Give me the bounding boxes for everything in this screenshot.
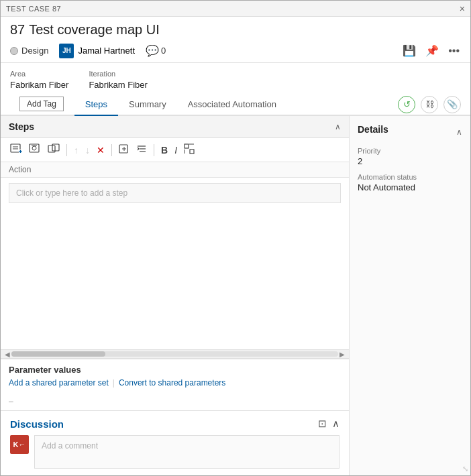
- tab-steps[interactable]: Steps: [74, 94, 118, 116]
- parameter-section: Parameter values Add a shared parameter …: [1, 359, 349, 393]
- tab-icons: ↺ ⛓ 📎: [398, 96, 461, 113]
- comments-button[interactable]: 💬 0: [146, 44, 166, 57]
- indent-button[interactable]: [134, 141, 150, 158]
- add-tag-button[interactable]: Add Tag: [19, 97, 64, 111]
- status-label: Design: [21, 46, 48, 56]
- details-title: Details: [358, 124, 388, 135]
- toolbar-divider-3: [154, 144, 154, 156]
- comment-icon: 💬: [146, 44, 159, 57]
- details-collapse-icon[interactable]: ∧: [456, 127, 462, 137]
- right-panel: Details ∧ Priority 2 Automation status N…: [350, 116, 470, 475]
- italic-button[interactable]: I: [172, 143, 180, 158]
- steps-table-header: Action: [1, 162, 349, 178]
- convert-to-shared-button[interactable]: Convert to shared parameters: [119, 378, 225, 388]
- move-down-button[interactable]: ↓: [83, 143, 93, 158]
- details-fields: Priority 2 Automation status Not Automat…: [358, 147, 462, 192]
- toolbar-divider-2: [111, 144, 112, 156]
- priority-value: 2: [358, 156, 462, 166]
- header: 87Test coverage map UI Design JH Jamal H…: [1, 17, 470, 63]
- discussion-header: Discussion ⊡ ∧: [10, 418, 339, 430]
- case-title-text: Test coverage map UI: [29, 22, 160, 37]
- discussion-section: Discussion ⊡ ∧ K← Add a comment: [1, 410, 349, 475]
- delete-step-button[interactable]: ✕: [94, 143, 107, 158]
- add-shared-step-button[interactable]: [26, 141, 44, 158]
- attachment-icon-button[interactable]: 📎: [443, 96, 461, 113]
- add-shared-set-button[interactable]: Add a shared parameter set: [9, 378, 109, 388]
- more-button[interactable]: •••: [447, 44, 461, 58]
- automation-status-field: Automation status Not Automated: [358, 173, 462, 192]
- bold-button[interactable]: B: [158, 143, 170, 158]
- iteration-label: Iteration: [89, 70, 147, 78]
- steps-collapse-icon[interactable]: ∧: [335, 122, 341, 131]
- tab-associated-automation[interactable]: Associated Automation: [177, 94, 287, 116]
- steps-input-area[interactable]: Click or type here to add a step: [1, 178, 349, 209]
- discussion-collapse-button[interactable]: ∧: [332, 418, 339, 430]
- svg-rect-18: [190, 150, 194, 154]
- left-panel: Steps ∧ ↑ ↓ ✕: [1, 116, 350, 475]
- header-toolbar: 💾 📌 •••: [401, 43, 461, 58]
- commenter-avatar: K←: [10, 435, 29, 454]
- scroll-left-button[interactable]: ◀: [3, 351, 11, 358]
- svg-rect-17: [185, 144, 189, 148]
- iteration-value: Fabrikam Fiber: [89, 80, 147, 90]
- discussion-expand-button[interactable]: ⊡: [318, 418, 327, 430]
- tab-summary[interactable]: Summary: [118, 94, 177, 116]
- tabs-container: Add Tag Steps Summary Associated Automat…: [1, 94, 470, 116]
- close-button[interactable]: ×: [460, 4, 465, 13]
- parameter-title: Parameter values: [9, 365, 341, 375]
- comment-input[interactable]: Add a comment: [34, 435, 339, 469]
- area-field: Area Fabrikam Fiber: [10, 70, 68, 90]
- action-column-label: Action: [9, 165, 31, 174]
- priority-field: Priority 2: [358, 147, 462, 166]
- priority-label: Priority: [358, 147, 462, 155]
- comment-input-row: K← Add a comment: [10, 435, 339, 469]
- assignee-row[interactable]: JH Jamal Hartnett: [59, 44, 135, 58]
- steps-input-placeholder[interactable]: Click or type here to add a step: [9, 183, 341, 203]
- create-shared-step-button[interactable]: [45, 141, 62, 158]
- case-number: 87: [10, 22, 25, 37]
- automation-status-value: Not Automated: [358, 182, 462, 192]
- discussion-title: Discussion: [10, 418, 64, 430]
- expand-spacer[interactable]: –: [1, 393, 349, 410]
- svg-rect-0: [11, 144, 20, 152]
- main-content: Steps ∧ ↑ ↓ ✕: [1, 116, 470, 475]
- param-link-divider: |: [113, 378, 115, 388]
- automation-status-label: Automation status: [358, 173, 462, 181]
- scroll-right-button[interactable]: ▶: [338, 351, 346, 358]
- steps-title: Steps: [9, 121, 34, 132]
- pin-button[interactable]: 📌: [424, 43, 440, 58]
- case-title: 87Test coverage map UI: [10, 22, 461, 38]
- meta-row: Design JH Jamal Hartnett 💬 0 💾 📌 •••: [10, 43, 461, 58]
- steps-section-header: Steps ∧: [1, 116, 349, 138]
- refresh-icon-button[interactable]: ↺: [398, 96, 415, 113]
- iteration-field: Iteration Fabrikam Fiber: [89, 70, 147, 90]
- area-value: Fabrikam Fiber: [10, 80, 68, 90]
- comments-count: 0: [161, 46, 166, 56]
- discussion-icons: ⊡ ∧: [318, 418, 339, 430]
- scrollbar-thumb[interactable]: [11, 351, 105, 357]
- status-badge[interactable]: Design: [10, 46, 48, 56]
- save-button[interactable]: 💾: [401, 43, 417, 58]
- resize-handle[interactable]: ⤡: [462, 465, 468, 473]
- area-label: Area: [10, 70, 68, 78]
- assignee-name: Jamal Hartnett: [78, 46, 135, 56]
- expand-button[interactable]: [181, 141, 197, 158]
- fields-row: Area Fabrikam Fiber Iteration Fabrikam F…: [1, 63, 470, 94]
- title-bar: TEST CASE 87 ×: [1, 1, 470, 17]
- add-step-button[interactable]: [7, 141, 25, 158]
- parameter-links: Add a shared parameter set | Convert to …: [9, 378, 341, 388]
- svg-point-7: [32, 146, 36, 150]
- details-header: Details ∧: [358, 124, 462, 140]
- insert-steps-button[interactable]: [116, 141, 132, 158]
- toolbar-divider-1: [66, 144, 67, 156]
- avatar: JH: [59, 44, 74, 58]
- steps-toolbar: ↑ ↓ ✕ B I: [1, 138, 349, 162]
- link-icon-button[interactable]: ⛓: [421, 96, 438, 113]
- title-bar-label: TEST CASE 87: [6, 5, 61, 13]
- status-circle-icon: [10, 47, 18, 55]
- move-up-button[interactable]: ↑: [71, 143, 81, 158]
- horizontal-scrollbar[interactable]: ◀ ▶: [1, 349, 349, 359]
- main-window: TEST CASE 87 × 87Test coverage map UI De…: [0, 0, 471, 476]
- scrollbar-track[interactable]: [11, 351, 338, 357]
